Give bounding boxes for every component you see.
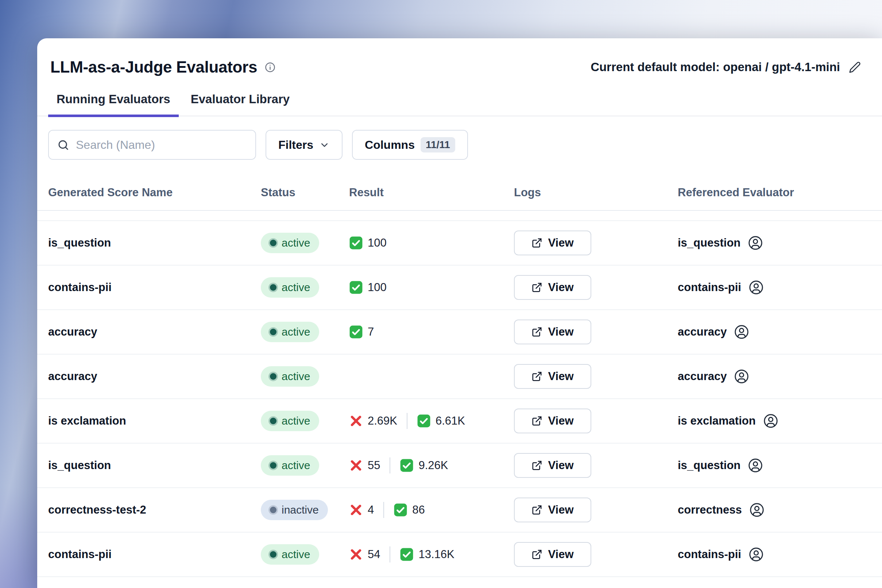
col-status: Status	[261, 186, 349, 199]
tabs: Running Evaluators Evaluator Library	[37, 92, 882, 116]
page-title: LLM-as-a-Judge Evaluators	[50, 58, 257, 76]
info-icon[interactable]	[264, 62, 276, 73]
table-row: accuracy active View accuracy	[37, 354, 882, 399]
status-label: inactive	[282, 504, 319, 515]
view-label: View	[548, 503, 573, 516]
view-label: View	[548, 459, 573, 472]
result-separator	[407, 413, 408, 429]
referenced-evaluator-name: correctness	[678, 503, 742, 516]
external-link-icon	[531, 237, 542, 248]
result-separator	[390, 546, 390, 562]
pass-count: 13.16K	[418, 548, 454, 561]
tab-evaluator-library[interactable]: Evaluator Library	[182, 92, 298, 116]
filters-button[interactable]: Filters	[266, 130, 342, 160]
score-name: contains-pii	[48, 548, 261, 561]
referenced-evaluator-name: is exclamation	[678, 414, 756, 428]
tab-running-evaluators[interactable]: Running Evaluators	[48, 92, 179, 116]
status-badge: inactive	[261, 500, 328, 520]
fail-count: 54	[368, 548, 380, 561]
chevron-down-icon	[319, 140, 330, 150]
table-row: is exclamation active 2.69K6.61K View is…	[37, 399, 882, 444]
score-name: is_question	[48, 459, 261, 472]
user-icon	[734, 368, 750, 384]
status-dot	[270, 328, 276, 335]
result-separator	[383, 502, 384, 518]
view-logs-button[interactable]: View	[514, 542, 591, 567]
view-logs-button[interactable]: View	[514, 453, 591, 478]
pass-count: 9.26K	[418, 459, 448, 472]
evaluators-panel: LLM-as-a-Judge Evaluators Current defaul…	[37, 38, 882, 588]
status-badge: active	[261, 322, 319, 342]
external-link-icon	[531, 504, 542, 515]
status-badge: active	[261, 233, 319, 253]
tab-label: Evaluator Library	[191, 92, 290, 106]
columns-count-badge: 11/11	[421, 137, 455, 153]
pass-count: 86	[412, 503, 424, 516]
referenced-evaluator-name: contains-pii	[678, 281, 741, 294]
table-row: contains-pii active 5413.16K View contai…	[37, 532, 882, 577]
view-logs-button[interactable]: View	[514, 364, 591, 389]
view-logs-button[interactable]: View	[514, 275, 591, 300]
user-icon	[747, 235, 764, 251]
referenced-evaluator-name: accuracy	[678, 370, 727, 383]
search-input[interactable]	[76, 138, 247, 152]
user-icon	[747, 458, 764, 474]
external-link-icon	[531, 549, 542, 560]
fail-cross-icon	[349, 503, 363, 517]
result-cell: 2.69K6.61K	[349, 413, 514, 429]
status-label: active	[282, 416, 310, 426]
referenced-evaluator-name: is_question	[678, 236, 741, 249]
view-label: View	[548, 326, 573, 339]
columns-label: Columns	[365, 138, 415, 152]
view-logs-button[interactable]: View	[514, 408, 591, 434]
status-label: active	[282, 237, 310, 248]
status-label: active	[282, 327, 310, 338]
pass-check-icon	[349, 280, 363, 294]
table-row: correctness-test-2 inactive 486 View cor…	[37, 488, 882, 532]
score-name: accuracy	[48, 326, 261, 339]
table-row: is_question active 559.26K View is_quest…	[37, 444, 882, 488]
status-badge: active	[261, 277, 319, 298]
pass-count: 100	[368, 281, 387, 294]
view-label: View	[548, 236, 573, 249]
col-generated-score-name: Generated Score Name	[48, 186, 261, 199]
view-label: View	[548, 281, 573, 294]
status-label: active	[282, 460, 310, 471]
status-badge: active	[261, 544, 319, 565]
result-cell: 100	[349, 236, 514, 250]
view-logs-button[interactable]: View	[514, 231, 591, 255]
edit-model-icon[interactable]	[849, 61, 861, 74]
view-logs-button[interactable]: View	[514, 498, 591, 522]
status-dot	[270, 418, 276, 424]
status-label: active	[282, 549, 310, 560]
result-cell: 559.26K	[349, 458, 514, 474]
col-referenced-evaluator: Referenced Evaluator	[678, 186, 882, 199]
status-dot	[270, 373, 276, 380]
score-name: correctness-test-2	[48, 503, 261, 516]
pass-check-icon	[417, 414, 431, 428]
user-icon	[734, 324, 750, 340]
pass-count: 100	[368, 236, 387, 249]
result-separator	[390, 458, 390, 474]
table-row: is_question active 100 View is_question	[37, 221, 882, 266]
referenced-evaluator-name: is_question	[678, 459, 741, 472]
user-icon	[748, 546, 764, 562]
external-link-icon	[531, 282, 542, 293]
status-badge: active	[261, 366, 319, 387]
search-box[interactable]	[48, 130, 256, 160]
columns-button[interactable]: Columns 11/11	[352, 130, 468, 160]
table-row: accuracy active 7 View accuracy	[37, 310, 882, 354]
score-name: accuracy	[48, 370, 261, 383]
result-cell: 486	[349, 502, 514, 518]
view-label: View	[548, 548, 573, 561]
status-dot	[270, 240, 276, 246]
score-name: contains-pii	[48, 281, 261, 294]
status-dot	[270, 551, 276, 558]
col-logs: Logs	[514, 186, 678, 199]
view-logs-button[interactable]: View	[514, 320, 591, 344]
toolbar: Filters Columns 11/11	[37, 116, 882, 160]
result-cell: 5413.16K	[349, 546, 514, 562]
view-label: View	[548, 370, 573, 383]
user-icon	[748, 279, 764, 296]
status-dot	[270, 462, 276, 469]
